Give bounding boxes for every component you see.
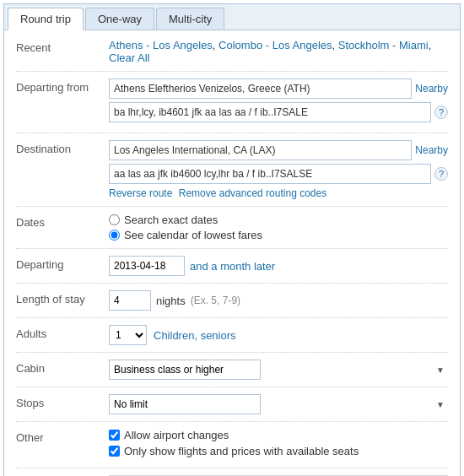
dates-radio-exact-label: Search exact dates <box>124 214 218 226</box>
cabin-inputs: Economy Premium economy Business class o… <box>109 360 448 380</box>
departing-nearby-link[interactable]: Nearby <box>415 83 448 95</box>
flight-search-form: Round trip One-way Multi-city Recent Ath… <box>3 3 461 476</box>
stops-select[interactable]: No limit 0 stops 1 stop 2 stops <box>109 394 261 414</box>
dates-radio-calendar-input[interactable] <box>109 230 120 241</box>
destination-airport-input[interactable] <box>109 140 412 160</box>
cabin-select-wrapper: Economy Premium economy Business class o… <box>109 360 448 380</box>
dates-options: Search exact dates See calendar of lowes… <box>109 214 448 241</box>
dates-radio-calendar-label: See calendar of lowest fares <box>124 229 262 241</box>
adults-group: 1 2 3 4 Children, seniors <box>109 325 448 345</box>
departing-from-label: Departing from <box>16 78 109 94</box>
destination-help-icon[interactable]: ? <box>434 167 448 181</box>
dates-radio-calendar[interactable]: See calendar of lowest fares <box>109 229 448 241</box>
dates-radio-group: Search exact dates See calendar of lowes… <box>109 214 448 241</box>
allow-airport-changes-label[interactable]: Allow airport changes <box>109 429 448 441</box>
los-nights-label: nights <box>156 295 186 307</box>
available-seats-text: Only show flights and prices with availa… <box>124 445 359 457</box>
dates-row: Dates Search exact dates See calendar of… <box>16 214 448 249</box>
tab-round-trip[interactable]: Round trip <box>8 8 84 30</box>
destination-routing-input[interactable] <box>109 164 431 184</box>
form-body: Recent Athens - Los Angeles, Colombo - L… <box>4 30 460 476</box>
departing-date-inputs: and a month later <box>109 256 448 276</box>
destination-nearby-link[interactable]: Nearby <box>415 144 448 156</box>
stops-row: Stops No limit 0 stops 1 stop 2 stops ▼ <box>16 394 448 422</box>
stops-label: Stops <box>16 394 109 409</box>
allow-airport-changes-text: Allow airport changes <box>124 429 229 441</box>
adults-row: Adults 1 2 3 4 Children, seniors <box>16 325 448 353</box>
length-of-stay-row: Length of stay nights (Ex. 5, 7-9) <box>16 290 448 318</box>
allow-airport-changes-checkbox[interactable] <box>109 430 120 441</box>
departing-date-input[interactable] <box>109 256 185 276</box>
destination-sub-links: Reverse route Remove advanced routing co… <box>109 187 448 199</box>
departing-airport-input[interactable] <box>109 78 412 99</box>
los-input[interactable] <box>109 290 151 311</box>
reverse-route-link[interactable]: Reverse route <box>109 187 172 199</box>
departing-from-row: Departing from Nearby ? <box>16 78 448 133</box>
recent-row: Recent Athens - Los Angeles, Colombo - L… <box>16 39 448 72</box>
other-row: Other Allow airport changes Only show fl… <box>16 429 448 468</box>
recent-link-clearall[interactable]: Clear All <box>109 51 149 64</box>
stops-inputs: No limit 0 stops 1 stop 2 stops ▼ <box>109 394 448 414</box>
departing-and-later: and a month later <box>190 260 275 273</box>
departing-date-group: and a month later <box>109 256 448 276</box>
children-seniors-link[interactable]: Children, seniors <box>154 329 236 342</box>
dates-radio-exact[interactable]: Search exact dates <box>109 214 448 226</box>
remove-routing-link[interactable]: Remove advanced routing codes <box>179 187 326 199</box>
los-group: nights (Ex. 5, 7-9) <box>109 290 448 311</box>
recent-link-athens[interactable]: Athens - Los Angeles <box>109 39 213 51</box>
tab-one-way[interactable]: One-way <box>85 8 154 30</box>
departing-from-inputs: Nearby ? <box>109 78 448 126</box>
departing-help-icon[interactable]: ? <box>434 105 448 119</box>
available-seats-checkbox[interactable] <box>109 446 120 457</box>
stops-select-wrapper: No limit 0 stops 1 stop 2 stops ▼ <box>109 394 448 414</box>
cabin-dropdown-arrow-icon: ▼ <box>436 365 445 375</box>
departing-date-label: Departing <box>16 256 109 271</box>
recent-link-stockholm[interactable]: Stockholm - Miami <box>338 39 429 51</box>
tab-multi-city[interactable]: Multi-city <box>156 8 224 30</box>
available-seats-label[interactable]: Only show flights and prices with availa… <box>109 445 448 457</box>
departing-routing-input[interactable] <box>109 102 431 122</box>
recent-label: Recent <box>16 39 109 54</box>
cabin-row: Cabin Economy Premium economy Business c… <box>16 360 448 387</box>
destination-row: Destination Nearby ? Reverse route Remov… <box>16 140 448 207</box>
recent-links: Athens - Los Angeles, Colombo - Los Ange… <box>109 39 448 64</box>
adults-select[interactable]: 1 2 3 4 <box>109 325 147 345</box>
other-label: Other <box>16 429 109 444</box>
departing-date-row: Departing and a month later <box>16 256 448 284</box>
adults-inputs: 1 2 3 4 Children, seniors <box>109 325 448 345</box>
cabin-label: Cabin <box>16 360 109 375</box>
destination-inputs: Nearby ? Reverse route Remove advanced r… <box>109 140 448 199</box>
length-of-stay-label: Length of stay <box>16 290 109 306</box>
length-of-stay-inputs: nights (Ex. 5, 7-9) <box>109 290 448 311</box>
other-inputs: Allow airport changes Only show flights … <box>109 429 448 461</box>
dates-radio-exact-input[interactable] <box>109 214 120 225</box>
dates-label: Dates <box>16 214 109 229</box>
los-hint: (Ex. 5, 7-9) <box>191 295 240 306</box>
tab-bar: Round trip One-way Multi-city <box>4 4 460 30</box>
recent-link-colombo[interactable]: Colombo - Los Angeles <box>219 39 332 51</box>
destination-label: Destination <box>16 140 109 155</box>
stops-dropdown-arrow-icon: ▼ <box>436 400 445 409</box>
cabin-select[interactable]: Economy Premium economy Business class o… <box>109 360 261 380</box>
adults-label: Adults <box>16 325 109 340</box>
